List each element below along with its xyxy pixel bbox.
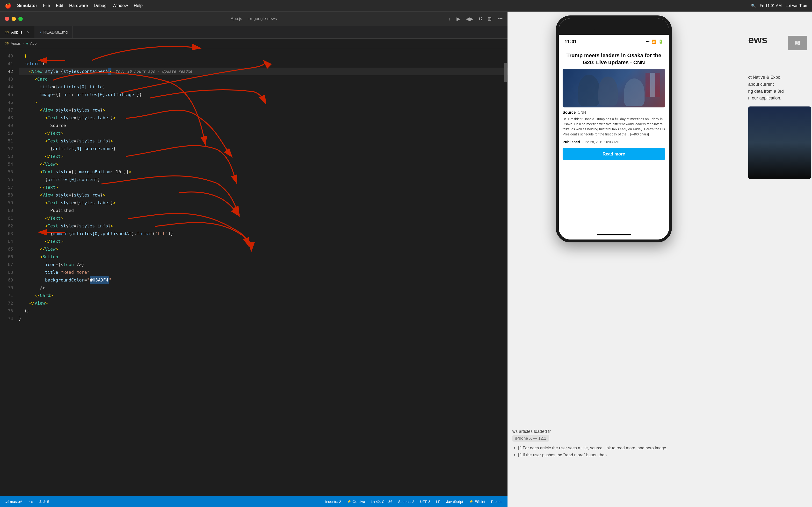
home-bar <box>597 234 631 235</box>
code-line-51: <Text style={styles.info}> <box>19 137 507 145</box>
code-line-68: title="Read more" <box>19 269 507 276</box>
image-tint <box>563 69 665 107</box>
breadcrumb-separator: › <box>23 41 24 45</box>
close-button[interactable] <box>5 17 9 21</box>
split-editor-icon[interactable]: ⊞ <box>488 16 492 22</box>
code-line-61: </Text> <box>19 214 507 222</box>
minimize-button[interactable] <box>12 17 16 21</box>
maximize-button[interactable] <box>18 17 23 21</box>
code-content[interactable]: } return ( <View style={styles.container… <box>17 48 507 507</box>
code-line-49: Source <box>19 122 507 129</box>
scrollbar[interactable] <box>504 63 507 82</box>
code-line-40: } <box>19 52 507 60</box>
code-line-73: ); <box>19 307 507 315</box>
code-line-69: backgroundColor="#03A9F4" <box>19 276 507 284</box>
breadcrumb-component: App <box>30 41 37 45</box>
status-position: Ln 42, Col 36 <box>371 500 392 504</box>
menu-datetime: Fri 11:01 AM <box>760 4 782 8</box>
iphone-mockup: 11:01 ▪▪▪ 📶 🔋 Trump meets leaders in Osa… <box>556 15 672 242</box>
status-indents: Indents: 2 <box>325 500 341 504</box>
tab-appjs[interactable]: JS App.js ✕ <box>0 26 35 38</box>
iphone-status-bar: 11:01 ▪▪▪ 📶 🔋 <box>559 35 669 48</box>
article-body: US President Donald Trump has a full day… <box>563 117 665 137</box>
code-line-63: {moment(articles[0].publishedAt).format(… <box>19 230 507 237</box>
status-warnings[interactable]: ⚠ ⚠ 5 <box>39 500 49 504</box>
published-row: Published June 28, 2019 10:03 AM <box>563 140 665 144</box>
code-line-41: return ( <box>19 60 507 68</box>
tab-close-icon[interactable]: ✕ <box>27 31 30 34</box>
more-options-icon[interactable]: ••• <box>498 16 503 21</box>
code-line-60: Published <box>19 207 507 214</box>
status-line-ending: LF <box>436 500 441 504</box>
newspaper-icon: 📰 <box>788 36 807 50</box>
readme-bottom-text: ws articles loaded fr iPhone X — 12.1 [ … <box>512 429 807 459</box>
read-more-button[interactable]: Read more <box>563 148 665 160</box>
code-line-46: > <box>19 99 507 106</box>
window-controls <box>5 17 23 21</box>
code-line-48: <Text style={styles.label}> <box>19 114 507 122</box>
menu-edit[interactable]: Edit <box>56 3 63 8</box>
menu-bar-right: 🔍 Fri 11:01 AM Loi Van Tran <box>751 3 807 8</box>
run-icon[interactable]: ▶ <box>457 16 460 22</box>
menu-search-icon[interactable]: 🔍 <box>751 3 756 8</box>
tab-appjs-label: App.js <box>11 30 22 35</box>
code-line-59: <Text style={styles.label}> <box>19 199 507 207</box>
tab-js-icon: JS <box>5 31 9 34</box>
status-spaces: Spaces: 2 <box>398 500 414 504</box>
menu-help[interactable]: Help <box>134 3 143 8</box>
menu-bar: 🍎 Simulator File Edit Hardware Debug Win… <box>0 0 812 12</box>
git-blame-42: You, 18 hours ago · Update readme <box>115 68 192 75</box>
status-sync[interactable]: ↕ 0 <box>28 500 33 504</box>
code-line-70: /> <box>19 284 507 292</box>
code-line-65: </View> <box>19 245 507 253</box>
go-live-button[interactable]: ⚡ Go Live <box>347 500 365 504</box>
code-line-57: </Text> <box>19 183 507 191</box>
published-label: Published <box>563 140 580 144</box>
tab-bar: JS App.js ✕ ℹ README.md <box>0 26 507 39</box>
iphone-home-indicator <box>559 230 669 239</box>
toolbar-icons: ↕ ▶ ◀▶ ⑆ ⊞ ••• <box>448 16 503 22</box>
code-line-67: icon={<Icon />} <box>19 261 507 269</box>
status-encoding: UTF-8 <box>420 500 430 504</box>
battery-icon: 🔋 <box>658 39 663 44</box>
code-line-52: {articles[0].source.name} <box>19 145 507 153</box>
article-title: Trump meets leaders in Osaka for the G20… <box>563 52 665 66</box>
status-language: JavaScript <box>446 500 463 504</box>
status-prettier[interactable]: Prettier <box>491 500 503 504</box>
menu-window[interactable]: Window <box>112 3 128 8</box>
source-control-icon[interactable]: ↕ <box>448 16 451 21</box>
title-bar: App.js — rn-google-news ↕ ▶ ◀▶ ⑆ ⊞ ••• <box>0 12 507 26</box>
window-title: App.js — rn-google-news <box>231 16 277 21</box>
code-line-47: <View style={styles.row}> <box>19 106 507 114</box>
code-line-62: <Text style={styles.info}> <box>19 222 507 230</box>
breadcrumb-component-icon: ◈ <box>26 42 28 45</box>
published-date: June 28, 2019 10:03 AM <box>582 140 619 144</box>
code-line-45: image={{ uri: articles[0].urlToImage }} <box>19 91 507 99</box>
branch-icon[interactable]: ⑆ <box>479 16 482 21</box>
readme-description: ct Native & Expo. about current ng data … <box>748 74 808 102</box>
iphone-notch-bar <box>559 26 669 35</box>
status-bar-right: Indents: 2 ⚡ Go Live Ln 42, Col 36 Space… <box>325 500 503 504</box>
menu-hardware[interactable]: Hardware <box>69 3 88 8</box>
source-label: Source <box>563 110 576 115</box>
bullet-1: [ ] For each article the user sees a tit… <box>518 445 807 452</box>
back-forward-icon[interactable]: ◀▶ <box>466 16 473 22</box>
status-branch[interactable]: ⎇ master* <box>5 500 22 504</box>
menu-simulator[interactable]: Simulator <box>17 3 37 8</box>
tab-readme[interactable]: ℹ README.md <box>35 26 73 38</box>
status-eslint[interactable]: ⚡ ESLint <box>469 500 485 504</box>
readme-text-area: ews 📰 ct Native & Expo. about current ng… <box>744 31 812 183</box>
code-line-44: title={articles[0].title} <box>19 83 507 91</box>
read-more-label: Read more <box>603 152 625 157</box>
code-line-66: <Button <box>19 253 507 261</box>
code-line-58: <View style={styles.row}> <box>19 191 507 199</box>
source-row: Source CNN <box>563 110 665 115</box>
code-line-56: {articles[0].content} <box>19 176 507 183</box>
apple-icon[interactable]: 🍎 <box>5 3 11 9</box>
bullet-2: [ ] If the user pushes the "read more" b… <box>518 452 807 459</box>
menu-debug[interactable]: Debug <box>94 3 107 8</box>
menu-file[interactable]: File <box>43 3 50 8</box>
source-value: CNN <box>577 110 586 115</box>
selected-color-value: #03A9F4 <box>90 276 109 284</box>
code-line-43: <Card <box>19 75 507 83</box>
